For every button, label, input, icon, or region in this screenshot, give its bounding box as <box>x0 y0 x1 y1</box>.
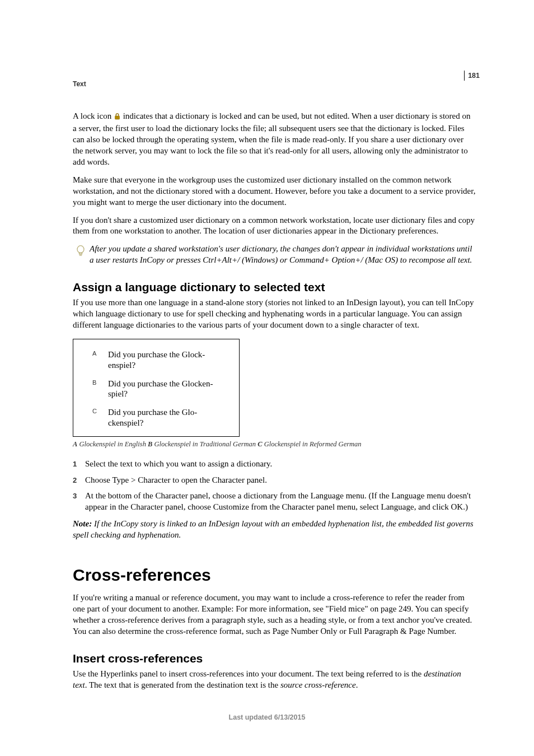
caption-text-c: Glockenspiel in Reformed German <box>263 440 362 448</box>
heading-cross-references: Cross-references <box>73 566 476 585</box>
heading-assign-language: Assign a language dictionary to selected… <box>73 281 476 294</box>
tip-block: After you update a shared workstation's … <box>73 244 476 266</box>
insert-text-1: Use the Hyperlinks panel to insert cross… <box>73 669 424 678</box>
figure-a-line1: Did you purchase the Glock- <box>108 350 205 359</box>
para1-leading-text: A lock icon <box>73 111 114 120</box>
paragraph-insert-xref: Use the Hyperlinks panel to insert cross… <box>73 669 476 691</box>
lightbulb-icon <box>75 245 86 260</box>
steps-list: Select the text to which you want to ass… <box>73 459 476 514</box>
content-area: A lock icon indicates that a dictionary … <box>73 111 476 698</box>
tip-text: After you update a shared workstation's … <box>90 244 476 266</box>
figure-b-line1: Did you purchase the Glocken- <box>108 379 213 388</box>
note-text: If the InCopy story is linked to an InDe… <box>73 519 474 539</box>
figure-c-line1: Did you purchase the Glo- <box>108 408 197 417</box>
page-number-container: 181 <box>464 71 480 81</box>
heading-insert-xref: Insert cross-references <box>73 652 476 665</box>
note-label: Note: <box>73 519 92 528</box>
figure-item-a: A Did you purchase the Glock- enspiel? <box>108 349 232 371</box>
figure-item-c: C Did you purchase the Glo- ckenspiel? <box>108 407 232 428</box>
footer-last-updated: Last updated 6/13/2015 <box>0 713 534 721</box>
term-source-cross-reference: source cross-reference <box>280 680 356 689</box>
running-head: Text <box>73 80 86 88</box>
figure-b-line2: spiel? <box>108 389 128 398</box>
figure-a-line2: enspiel? <box>108 361 135 370</box>
svg-point-1 <box>77 246 84 253</box>
paragraph-assign-intro: If you use more than one language in a s… <box>73 297 476 331</box>
caption-text-a: Glockenspiel in English <box>77 440 148 448</box>
figure-item-b: B Did you purchase the Glocken- spiel? <box>108 379 232 400</box>
paragraph-lock-icon: A lock icon indicates that a dictionary … <box>73 111 476 168</box>
para1-trailing-text: indicates that a dictionary is locked an… <box>73 111 470 166</box>
step-1: Select the text to which you want to ass… <box>73 459 476 470</box>
note-block: Note: If the InCopy story is linked to a… <box>73 519 476 541</box>
lock-icon <box>114 112 120 123</box>
svg-rect-0 <box>115 116 119 119</box>
figure-caption: A Glockenspiel in English B Glockenspiel… <box>73 440 476 449</box>
step-3: At the bottom of the Character panel, ch… <box>73 491 476 513</box>
page-number: 181 <box>468 72 480 80</box>
page: 181 Text A lock icon indicates that a di… <box>0 0 534 756</box>
insert-text-3: . <box>356 680 358 689</box>
figure-label-c: C <box>92 408 97 416</box>
paragraph-xref-intro: If you're writing a manual or reference … <box>73 592 476 637</box>
step-2: Choose Type > Character to open the Char… <box>73 475 476 486</box>
caption-key-c: C <box>257 440 262 448</box>
figure-hyphenation-examples: A Did you purchase the Glock- enspiel? B… <box>73 339 240 437</box>
paragraph-workgroup: Make sure that everyone in the workgroup… <box>73 175 476 208</box>
figure-c-line2: ckenspiel? <box>108 418 143 427</box>
figure-label-a: A <box>92 350 96 358</box>
paragraph-share-dictionary: If you don't share a customized user dic… <box>73 215 476 237</box>
insert-text-2: . The text that is generated from the de… <box>85 680 280 689</box>
caption-text-b: Glockenspiel in Traditional German <box>152 440 257 448</box>
figure-label-b: B <box>92 379 96 387</box>
